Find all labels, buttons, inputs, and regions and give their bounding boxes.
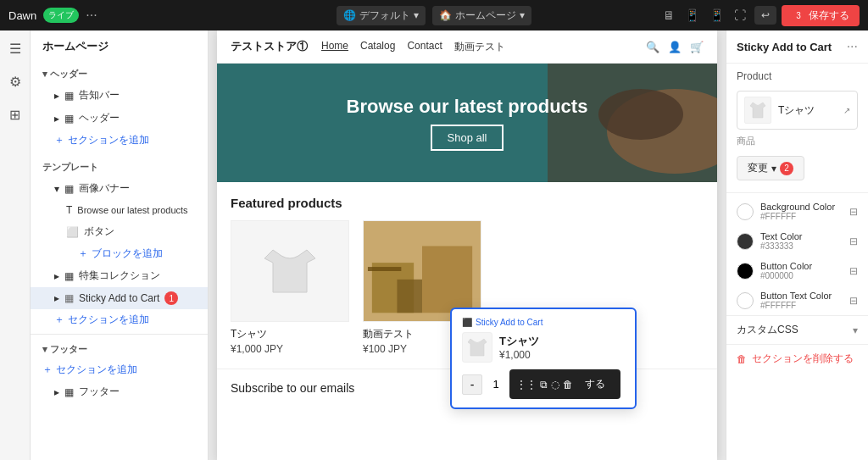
- grid-icon3: ▦: [64, 183, 74, 195]
- color-name-3: Button Text Color: [760, 291, 843, 301]
- topbar-right: 🖥 📱 📱 ⛶ ↩ 3 保存する: [581, 5, 860, 26]
- chevron-down-icon: ▾: [414, 9, 419, 21]
- right-panel: Sticky Add to Cart ··· Product Tシャツ ↗ 商品…: [726, 30, 868, 460]
- tablet-icon[interactable]: 📱: [682, 7, 703, 24]
- hero-text: Browse our latest products: [347, 96, 588, 118]
- topbar-center: 🌐 デフォルト ▾ 🏠 ホームページ ▾: [294, 6, 573, 25]
- color-info-3: Button Text Color #FFFFFF: [760, 291, 843, 310]
- fullscreen-icon[interactable]: ⛶: [731, 7, 749, 24]
- color-swatch-1[interactable]: [737, 233, 754, 250]
- sidebar-item-browse[interactable]: T Browse our latest products: [31, 200, 208, 220]
- custom-css-chevron: ▾: [853, 324, 858, 336]
- sidebar-nav-icons: ☰ ⚙ ⊞: [0, 30, 31, 460]
- sidebar-section-template: テンプレート: [31, 156, 208, 177]
- nav-video[interactable]: 動画テスト: [454, 40, 505, 54]
- change-btn-row: 変更 ▾ 2: [726, 152, 868, 189]
- add-section-header[interactable]: ＋ セクションを追加: [31, 130, 208, 151]
- save-button[interactable]: 3 保存する: [782, 5, 860, 26]
- chevron-down-icon3: ▾: [771, 163, 776, 175]
- sidebar-item-button[interactable]: ⬜ ボタン: [31, 220, 208, 243]
- sidebar-item-collection[interactable]: ▸ ▦ 特集コレクション: [31, 264, 208, 287]
- product-select-name: Tシャツ: [778, 103, 837, 118]
- sticky-popup-img: [462, 332, 492, 363]
- topbar-dots[interactable]: ···: [86, 8, 97, 23]
- sidebar-item-footer[interactable]: ▸ ▦ フッター: [31, 380, 208, 403]
- globe-icon: 🌐: [343, 9, 356, 21]
- drag-icon[interactable]: ⋮⋮: [516, 379, 537, 391]
- product-select-row[interactable]: Tシャツ ↗: [737, 91, 857, 129]
- sticky-header-icon: ⬛: [462, 318, 472, 327]
- nav-contact[interactable]: Contact: [407, 40, 442, 54]
- undo-button[interactable]: ↩: [754, 6, 776, 25]
- sections-icon[interactable]: ☰: [6, 37, 25, 60]
- duplicate-icon[interactable]: ⧉: [540, 379, 548, 391]
- sticky-popup-header: ⬛ Sticky Add to Cart: [462, 318, 625, 327]
- color-row-2: Button Color #000000 ⊟: [726, 256, 868, 285]
- desktop-icon[interactable]: 🖥: [659, 7, 678, 24]
- action-icons-bar: ⋮⋮ ⧉ ◌ 🗑 する: [509, 369, 620, 399]
- store-name: Dawn: [8, 9, 36, 22]
- color-info-1: Text Color #333333: [760, 231, 843, 251]
- sidebar-item-sticky[interactable]: ▸ ▦ Sticky Add to Cart 1: [31, 287, 208, 309]
- add-to-cart-button[interactable]: する: [576, 373, 614, 396]
- hero-banner: Browse our latest products Shop all: [217, 64, 717, 182]
- default-selector[interactable]: 🌐 デフォルト ▾: [337, 6, 426, 25]
- expand-icon5: ▸: [54, 292, 59, 304]
- color-info-2: Button Color #000000: [760, 261, 843, 280]
- color-swatch-0[interactable]: [737, 203, 754, 220]
- product-img-room: [363, 220, 481, 322]
- color-row-0: Background Color #FFFFFF ⊟: [726, 197, 868, 226]
- sticky-badge: 1: [164, 291, 178, 305]
- color-info-0: Background Color #FFFFFF: [760, 202, 843, 221]
- svg-point-1: [598, 89, 683, 140]
- sidebar-item-notice-bar[interactable]: ▸ ▦ 告知バー: [31, 84, 208, 107]
- device-icons: 🖥 📱 📱 ⛶: [659, 7, 749, 24]
- main-layout: ☰ ⚙ ⊞ ホームページ ▾ ヘッダー ▸ ▦ 告知バー ▸ ▦ ヘッダー ＋ …: [0, 30, 868, 460]
- custom-css-row[interactable]: カスタムCSS ▾: [726, 315, 868, 344]
- preview-nav: テストストア① Home Catalog Contact 動画テスト 🔍 👤 🛒: [217, 30, 717, 64]
- product-card-tshirt[interactable]: Tシャツ ¥1,000 JPY: [231, 220, 349, 355]
- account-icon[interactable]: 👤: [668, 41, 682, 53]
- add-block[interactable]: ＋ ブロックを追加: [31, 243, 208, 264]
- nav-home[interactable]: Home: [321, 40, 348, 54]
- color-name-2: Button Color: [760, 261, 843, 271]
- nav-catalog[interactable]: Catalog: [360, 40, 395, 54]
- chevron-down-icon2: ▾: [520, 9, 525, 21]
- change-badge: 2: [780, 162, 793, 175]
- preview-nav-icons: 🔍 👤 🛒: [646, 41, 704, 53]
- color-edit-icon-0[interactable]: ⊟: [849, 206, 858, 218]
- topbar-left: Dawn ライブ ···: [8, 8, 287, 23]
- plus-icon3: ＋: [54, 313, 64, 327]
- add-section-template[interactable]: ＋ セクションを追加: [31, 309, 208, 330]
- color-edit-icon-2[interactable]: ⊟: [849, 265, 858, 277]
- sidebar-header: ホームページ: [31, 30, 208, 63]
- homepage-selector[interactable]: 🏠 ホームページ ▾: [432, 6, 531, 25]
- settings-icon[interactable]: ⚙: [6, 70, 25, 93]
- color-swatch-3[interactable]: [737, 292, 754, 309]
- sticky-popup-info: Tシャツ ¥1,000: [499, 334, 539, 361]
- color-edit-icon-3[interactable]: ⊟: [849, 295, 858, 307]
- color-hex-3: #FFFFFF: [760, 301, 843, 310]
- sidebar-item-header[interactable]: ▸ ▦ ヘッダー: [31, 107, 208, 130]
- external-link-icon[interactable]: ↗: [843, 106, 850, 115]
- preview-logo: テストストア①: [231, 39, 308, 54]
- custom-css-label: カスタムCSS: [737, 323, 798, 337]
- footer-section: ▾ フッター ＋ セクションを追加 ▸ ▦ フッター: [31, 334, 208, 403]
- qty-minus-button[interactable]: -: [462, 374, 482, 395]
- search-icon[interactable]: 🔍: [646, 41, 659, 53]
- delete-section-button[interactable]: 🗑 セクションを削除する: [726, 344, 868, 373]
- add-section-footer[interactable]: ＋ セクションを追加: [31, 359, 208, 380]
- apps-icon[interactable]: ⊞: [6, 103, 24, 126]
- cart-icon[interactable]: 🛒: [690, 41, 704, 53]
- panel-dots-button[interactable]: ···: [847, 39, 858, 54]
- hero-button[interactable]: Shop all: [431, 125, 504, 151]
- color-swatch-2[interactable]: [737, 263, 754, 280]
- hide-icon[interactable]: ◌: [551, 379, 559, 391]
- delete-icon[interactable]: 🗑: [563, 379, 573, 391]
- button-icon: ⬜: [66, 226, 79, 238]
- sidebar-item-image-banner[interactable]: ▾ ▦ 画像バナー: [31, 177, 208, 200]
- color-edit-icon-1[interactable]: ⊟: [849, 236, 858, 247]
- mobile-icon[interactable]: 📱: [706, 7, 727, 24]
- grid-icon: ▦: [64, 90, 74, 102]
- change-button[interactable]: 変更 ▾ 2: [737, 156, 804, 180]
